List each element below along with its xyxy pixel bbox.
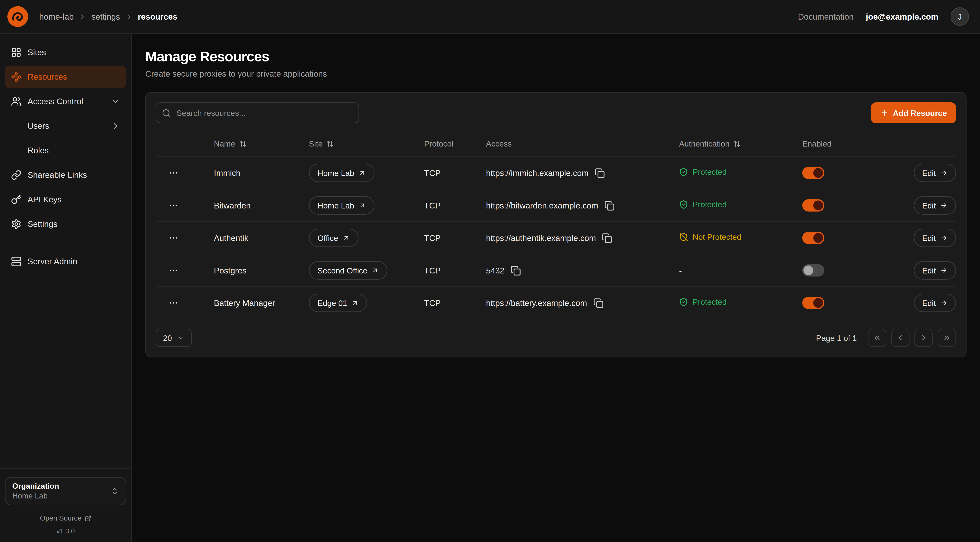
documentation-link[interactable]: Documentation xyxy=(798,12,854,21)
external-arrow-icon xyxy=(352,299,359,306)
authentication-status: - xyxy=(679,266,682,275)
sidebar-item-sites[interactable]: Sites xyxy=(5,41,126,64)
edit-button[interactable]: Edit xyxy=(913,164,956,182)
copy-icon xyxy=(604,200,615,211)
sidebar-item-access-control[interactable]: Access Control xyxy=(5,90,126,113)
copy-button[interactable] xyxy=(595,168,605,178)
pagination: 20 Page 1 of 1 xyxy=(156,328,956,347)
page-title: Manage Resources xyxy=(145,48,967,65)
ellipsis-icon xyxy=(169,201,178,210)
site-link-button[interactable]: Second Office xyxy=(309,261,388,280)
divider xyxy=(0,469,131,469)
authentication-text: Protected xyxy=(692,167,727,176)
site-link-button[interactable]: Home Lab xyxy=(309,196,374,215)
resources-table: Name Site Protocol Access xyxy=(156,131,956,319)
resource-name: Bitwarden xyxy=(214,201,251,210)
authentication-text: - xyxy=(679,266,682,275)
next-page-button[interactable] xyxy=(915,328,933,347)
edit-button[interactable]: Edit xyxy=(913,229,956,247)
authentication-text: Protected xyxy=(692,297,727,306)
row-menu-button[interactable] xyxy=(165,262,181,278)
last-page-button[interactable] xyxy=(938,328,956,347)
column-header-authentication[interactable]: Authentication xyxy=(679,139,802,148)
resource-protocol: TCP xyxy=(424,169,441,178)
authentication-status: Not Protected xyxy=(679,232,741,241)
enabled-toggle[interactable] xyxy=(802,232,824,244)
table-row: Authentik Office TCP https://authentik.e… xyxy=(156,222,956,254)
copy-button[interactable] xyxy=(604,200,615,211)
page-subtitle: Create secure proxies to your private ap… xyxy=(145,69,967,78)
copy-button[interactable] xyxy=(593,298,603,308)
shield-check-icon xyxy=(679,297,688,306)
site-link-button[interactable]: Office xyxy=(309,229,358,247)
row-menu-button[interactable] xyxy=(165,230,181,246)
copy-icon xyxy=(593,298,603,308)
sidebar-item-resources[interactable]: Resources xyxy=(5,65,126,88)
breadcrumb: home-labsettingsresources xyxy=(39,12,177,21)
breadcrumb-separator-icon xyxy=(125,13,133,21)
row-menu-button[interactable] xyxy=(165,165,181,181)
copy-button[interactable] xyxy=(602,233,612,243)
authentication-status: Protected xyxy=(679,200,727,209)
site-link-button[interactable]: Edge 01 xyxy=(309,294,368,312)
column-header-protocol: Protocol xyxy=(424,139,486,148)
add-resource-button[interactable]: Add Resource xyxy=(871,102,956,123)
enabled-toggle[interactable] xyxy=(802,264,824,276)
plus-icon xyxy=(880,108,889,117)
resource-access: 5432 xyxy=(486,266,504,275)
resources-card: Add Resource Name Site xyxy=(145,92,967,357)
site-name: Second Office xyxy=(318,266,368,275)
ellipsis-icon xyxy=(169,168,178,178)
breadcrumb-item-resources[interactable]: resources xyxy=(138,12,177,21)
sidebar-item-roles[interactable]: Roles xyxy=(5,139,126,162)
sidebar-item-api-keys[interactable]: API Keys xyxy=(5,188,126,211)
enabled-toggle[interactable] xyxy=(802,297,824,309)
edit-label: Edit xyxy=(922,168,936,178)
enabled-toggle[interactable] xyxy=(802,167,824,179)
sidebar-item-settings[interactable]: Settings xyxy=(5,213,126,236)
breadcrumb-item-home-lab[interactable]: home-lab xyxy=(39,12,74,21)
edit-label: Edit xyxy=(922,298,936,308)
ellipsis-icon xyxy=(169,266,178,275)
table-header-row: Name Site Protocol Access xyxy=(156,131,956,156)
column-header-site[interactable]: Site xyxy=(309,139,424,148)
edit-button[interactable]: Edit xyxy=(913,294,956,312)
shield-off-icon xyxy=(679,232,688,241)
server-icon xyxy=(11,256,21,267)
copy-button[interactable] xyxy=(511,265,521,276)
user-email[interactable]: joe@example.com xyxy=(866,12,938,21)
enabled-toggle[interactable] xyxy=(802,199,824,212)
organization-selector[interactable]: Organization Home Lab xyxy=(5,477,126,505)
edit-button[interactable]: Edit xyxy=(913,261,956,280)
page-size-select[interactable]: 20 xyxy=(156,328,192,347)
arrow-right-icon xyxy=(940,267,948,274)
row-menu-button[interactable] xyxy=(165,295,181,311)
breadcrumb-item-settings[interactable]: settings xyxy=(92,12,120,21)
app-logo[interactable] xyxy=(7,6,28,27)
chevron-left-icon xyxy=(896,333,905,342)
resource-protocol: TCP xyxy=(424,201,441,210)
column-header-name[interactable]: Name xyxy=(214,139,309,148)
arrow-right-icon xyxy=(940,299,948,306)
prev-page-button[interactable] xyxy=(891,328,910,347)
sidebar-item-users[interactable]: Users xyxy=(5,115,126,137)
sidebar-item-label: Settings xyxy=(27,220,57,229)
resource-access: https://bitwarden.example.com xyxy=(486,201,598,210)
table-row: Bitwarden Home Lab TCP https://bitwarden… xyxy=(156,189,956,222)
arrow-right-icon xyxy=(940,234,948,242)
sidebar-item-label: Resources xyxy=(27,72,67,81)
sidebar-item-server-admin[interactable]: Server Admin xyxy=(5,250,126,273)
row-menu-button[interactable] xyxy=(165,198,181,214)
sites-icon xyxy=(11,47,21,57)
search-input[interactable] xyxy=(156,102,359,123)
first-page-button[interactable] xyxy=(868,328,886,347)
edit-label: Edit xyxy=(922,201,936,210)
body: SitesResourcesAccess ControlUsersRolesSh… xyxy=(0,34,980,542)
avatar[interactable]: J xyxy=(951,7,969,26)
open-source-link[interactable]: Open Source xyxy=(5,515,126,522)
table-row: Battery Manager Edge 01 TCP https://batt… xyxy=(156,286,956,319)
app-window: home-labsettingsresources Documentation … xyxy=(0,0,980,542)
edit-button[interactable]: Edit xyxy=(913,196,956,215)
sidebar-item-shareable-links[interactable]: Shareable Links xyxy=(5,164,126,187)
site-link-button[interactable]: Home Lab xyxy=(309,164,374,182)
